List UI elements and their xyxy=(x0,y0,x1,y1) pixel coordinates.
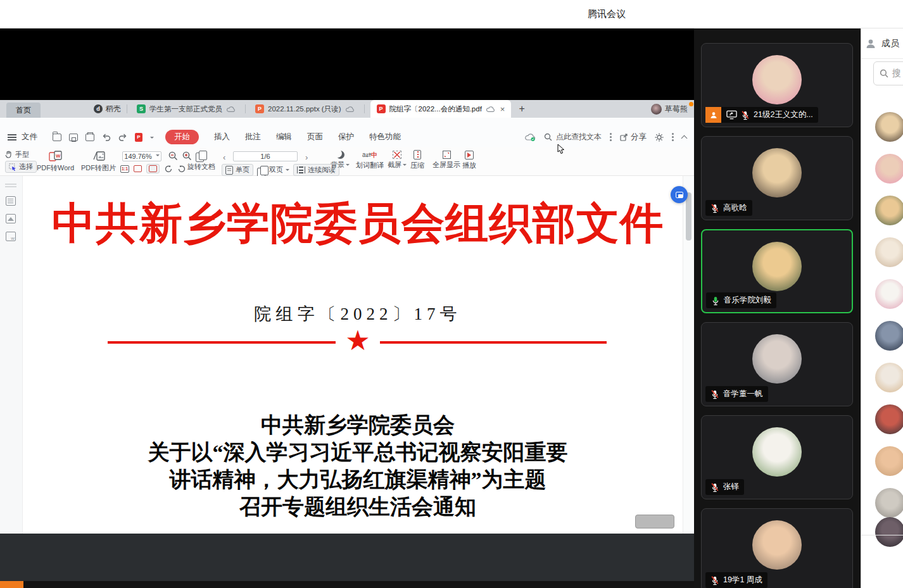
vertical-scrollbar[interactable] xyxy=(683,176,693,534)
pdf-to-image-button[interactable]: PDF转图片 xyxy=(81,151,116,173)
menu-start-active[interactable]: 开始 xyxy=(165,130,199,144)
compress-button[interactable]: 压缩 xyxy=(410,150,424,170)
page-number-field[interactable]: 1/6 xyxy=(233,151,298,161)
avatar[interactable] xyxy=(875,321,903,351)
screenshot-button[interactable]: 截屏 xyxy=(388,151,407,170)
zoom-out-icon[interactable] xyxy=(168,151,178,161)
member-panel-header: 成员 xyxy=(861,28,903,59)
export-panel-icon[interactable] xyxy=(6,232,16,241)
participant-name: 音乐学院刘毅 xyxy=(724,295,771,306)
save-icon[interactable] xyxy=(69,134,78,141)
avatar[interactable] xyxy=(875,488,903,518)
shared-screen: 首页 d 稻壳 S 学生第一支部正式党员 P 2022.11.25.pptx (… xyxy=(0,28,694,588)
previous-page-icon[interactable]: ‹ xyxy=(223,153,225,162)
more-options-icon[interactable] xyxy=(672,133,674,135)
undo-icon[interactable] xyxy=(102,134,111,141)
tab-document-pptx[interactable]: P 2022.11.25.pptx (只读) xyxy=(251,100,358,118)
document-title: 中共新乡学院委员会 关于以“深入学习习近平总书记视察安阳重要 讲话精神，大力弘扬… xyxy=(73,411,643,520)
close-tab-icon[interactable]: × xyxy=(500,104,505,114)
account-menu[interactable]: 草莓熊 xyxy=(651,104,688,115)
single-page-button[interactable]: 单页 xyxy=(222,164,253,176)
rotate-document-button[interactable]: 旋转文档 xyxy=(187,151,215,172)
red-star: ★ xyxy=(345,327,370,354)
new-tab-button[interactable]: + xyxy=(519,103,524,115)
participant-name: 19学1 周成 xyxy=(723,575,762,585)
image-panel-icon[interactable] xyxy=(6,214,16,223)
chevron-down-icon[interactable] xyxy=(150,137,154,141)
avatar[interactable] xyxy=(875,446,903,476)
pdf-tools-icon[interactable]: P xyxy=(135,133,142,142)
fit-page-active[interactable] xyxy=(146,164,160,173)
rotate-left-icon[interactable] xyxy=(177,165,186,173)
menu-features[interactable]: 特色功能 xyxy=(369,132,401,142)
fullscreen-button[interactable]: 全屏显示 xyxy=(433,151,460,170)
wps-writer-icon: S xyxy=(137,104,146,113)
avatar[interactable] xyxy=(875,196,903,225)
participant-tile[interactable]: 高歌晗 xyxy=(701,136,853,220)
fit-width-icon[interactable] xyxy=(134,165,142,172)
menu-edit[interactable]: 编辑 xyxy=(276,132,292,142)
next-page-icon[interactable]: › xyxy=(305,153,308,162)
panel-divider xyxy=(861,535,903,535)
avatar[interactable] xyxy=(875,279,903,309)
sidebar-handle[interactable] xyxy=(5,184,16,187)
translate-button[interactable]: a⇄中 划词翻译 xyxy=(356,151,384,170)
hamburger-menu-icon[interactable] xyxy=(8,134,16,141)
avatar[interactable] xyxy=(875,363,903,392)
avatar xyxy=(752,334,802,384)
member-search-input[interactable]: 搜 xyxy=(873,61,903,85)
zoom-level-field[interactable]: 149.76% xyxy=(122,151,161,161)
pointer-tools: 手型 选择 xyxy=(5,150,37,173)
collapse-ribbon-icon[interactable] xyxy=(681,135,688,141)
mobile-view-float-button[interactable] xyxy=(671,186,688,203)
print-icon[interactable] xyxy=(85,134,94,141)
wps-taskbar-icon[interactable] xyxy=(0,581,23,588)
find-text[interactable]: 点此查找文本 xyxy=(544,132,602,142)
search-placeholder: 搜 xyxy=(892,68,901,79)
avatar[interactable] xyxy=(875,112,903,142)
tab-home[interactable]: 首页 xyxy=(6,103,41,118)
menu-protect[interactable]: 保护 xyxy=(338,132,354,142)
tab-document-pdf-active[interactable]: P 院组字〔2022...会的通知.pdf × xyxy=(370,100,512,118)
more-options-icon[interactable] xyxy=(610,133,612,135)
participant-tile[interactable]: 21级2王义文的... xyxy=(701,43,853,127)
play-button[interactable]: 播放 xyxy=(462,151,476,170)
pdf-icon: P xyxy=(377,104,386,113)
double-page-button[interactable]: 双页 xyxy=(257,165,289,175)
select-tool-button[interactable]: 选择 xyxy=(5,161,37,173)
scissors-icon xyxy=(393,151,401,159)
redo-icon[interactable] xyxy=(118,134,127,141)
hand-tool-button[interactable]: 手型 xyxy=(5,150,29,160)
fit-page-icon xyxy=(149,165,157,172)
participant-tile[interactable]: 音学董一帆 xyxy=(701,322,853,406)
avatar[interactable] xyxy=(875,517,903,547)
cloud-status-icon[interactable] xyxy=(524,133,536,141)
collapsed-control[interactable] xyxy=(635,515,674,529)
pdf-page: 中共新乡学院委员会组织部文件 院组字〔2022〕17号 ★ 中共新乡学院委员会 … xyxy=(23,176,683,534)
open-icon[interactable] xyxy=(53,134,61,141)
actual-size-icon[interactable]: 1:1 xyxy=(120,165,129,173)
tab-docer[interactable]: d 稻壳 xyxy=(94,104,121,115)
share-button[interactable]: 分享 xyxy=(620,132,647,142)
menu-annotate[interactable]: 批注 xyxy=(245,132,261,142)
participant-tile[interactable]: 19学1 周成 xyxy=(701,508,853,588)
menu-page[interactable]: 页面 xyxy=(307,132,323,142)
avatar[interactable] xyxy=(875,154,903,184)
rotate-right-icon[interactable] xyxy=(164,165,173,173)
menu-file[interactable]: 文件 xyxy=(22,132,37,142)
gear-icon[interactable] xyxy=(655,133,664,142)
pdf-left-sidebar xyxy=(0,176,23,534)
participant-tile-active-speaker[interactable]: 音乐学院刘毅 xyxy=(701,229,853,313)
red-rule-left xyxy=(108,341,336,344)
avatar[interactable] xyxy=(875,404,903,434)
mouse-cursor xyxy=(557,144,565,154)
menu-insert[interactable]: 插入 xyxy=(214,132,230,142)
pdf-to-word-button[interactable]: w PDF转Word xyxy=(37,151,74,173)
background-button[interactable]: 背景 xyxy=(331,151,350,170)
participant-tile[interactable]: 张铎 xyxy=(701,415,853,499)
thumbnail-panel-icon[interactable] xyxy=(6,196,16,206)
meeting-title: 腾讯会议 xyxy=(588,8,626,20)
avatar[interactable] xyxy=(875,237,903,267)
scrollbar-thumb[interactable] xyxy=(686,192,691,241)
tab-document-writer[interactable]: S 学生第一支部正式党员 xyxy=(133,100,239,118)
